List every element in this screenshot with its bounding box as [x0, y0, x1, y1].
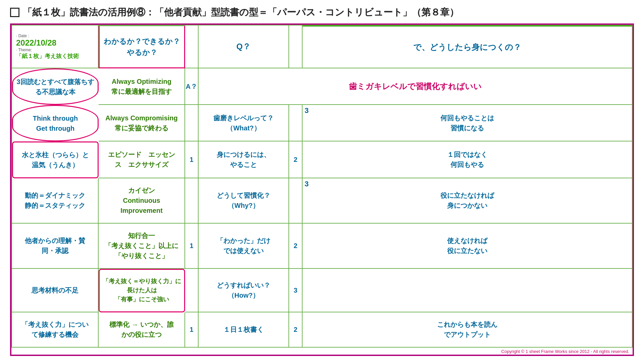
r6c4-cell — [303, 269, 633, 312]
date-value: 2022/10/28 — [16, 38, 56, 48]
r5c3-text: 「わかった」だけ では使えない — [217, 236, 270, 256]
theme-value: 「紙１枚」考え抜く技術 — [16, 52, 79, 60]
sep1-r5 — [185, 178, 199, 224]
col2-header-text: わかるか？できるか？やるか？ — [102, 36, 181, 58]
sep2-r7: 3 — [289, 269, 303, 312]
right-header-text: で、どうしたら身につくの？ — [413, 41, 521, 53]
r7c2-text: 標準化 → いつか、誰 かの役に立つ — [109, 319, 173, 340]
r3c3-num: 1 — [190, 155, 193, 165]
r2c4-text: 何回もやることは 習慣になる — [440, 113, 494, 133]
sep1-r7 — [185, 269, 199, 312]
checkbox-icon — [10, 8, 19, 17]
r5c3-cell: 「わかった」だけ では使えない — [199, 224, 289, 269]
r1c1-cell: 3回読むとすべて腹落ちする不思議な本 — [12, 68, 99, 105]
r3c1-text: 水と氷柱（つらら）と 温気（うんき） — [22, 150, 89, 170]
theme-label: · Theme: — [16, 48, 32, 52]
r2c1-text: Think through Get through — [33, 113, 78, 133]
content-grid: · Date : 2022/10/28 · Theme: 「紙１枚」考え抜く技術… — [11, 25, 633, 348]
r7c3-num: 1 — [190, 324, 193, 335]
sep2-r1 — [289, 25, 303, 68]
a-text: A？ — [186, 81, 197, 92]
r1c2-text: Always Optimizing 常に最適解を目指す — [111, 76, 172, 97]
sep2-r6: 2 — [289, 224, 303, 269]
r6c4-num: 3 — [293, 285, 297, 295]
page-title-bar: 「紙１枚」読書法の活用例⑧：「他者貢献」型読書の型＝「パーパス・コントリビュート… — [10, 6, 634, 19]
r6c2-cell: 「考え抜く＝やり抜く力」に 長けた人は 「有事」にこそ強い — [99, 269, 185, 312]
r6c1-text: 思考材料の不足 — [32, 285, 78, 295]
r2c4-num: 3 — [305, 106, 309, 115]
r6c3-cell: どうすればいい？（How?） — [199, 269, 289, 312]
r2c1-cell: Think through Get through — [12, 105, 99, 141]
r7c4-text: これからも本を読ん でアウトプット — [437, 319, 497, 340]
r4c2-text: カイゼン Continuous Improvement — [101, 185, 182, 216]
page-title: 「紙１枚」読書法の活用例⑧：「他者貢献」型読書の型＝「パーパス・コントリビュート… — [23, 6, 459, 19]
r5c1-text: 他者からの理解・賛 同・承認 — [25, 236, 85, 256]
r1c3-text: 歯ミガキレベルで習慣化すればいい — [349, 80, 482, 93]
r5c4-text: 使えなければ 役に立たない — [447, 236, 487, 256]
r5c1-cell: 他者からの理解・賛 同・承認 — [12, 224, 99, 269]
sep2-r4: 2 — [289, 141, 303, 178]
r2c2-cell: Always Compromising 常に妥協で終わる — [99, 105, 185, 141]
sep1-r3 — [185, 105, 199, 141]
r6c2-text: 「考え抜く＝やり抜く力」に 長けた人は 「有事」にこそ強い — [103, 277, 181, 304]
r4c4-num: 3 — [305, 180, 309, 188]
r4c1-cell: 動的＝ダイナミック 静的＝スタティック — [12, 178, 99, 224]
r3c3-cell: 身につけるには、 やること — [199, 141, 289, 178]
sep1-r4: 1 — [185, 141, 199, 178]
r3c2-text: エピソード エッセン ス エクササイズ — [108, 149, 175, 170]
date-label: · Date : — [16, 34, 29, 38]
r1c1-text: 3回読むとすべて腹落ちする不思議な本 — [16, 77, 95, 97]
r3c4-text: １回ではなく 何回もやる — [447, 149, 487, 170]
r1c3-cell: 歯ミガキレベルで習慣化すればいい — [199, 68, 633, 105]
r7c4-cell: これからも本を読ん でアウトプット — [303, 312, 633, 348]
r3c3-text: 身につけるには、 やること — [217, 149, 270, 170]
q-header-cell: Q？ — [199, 25, 289, 68]
r5c4-num: 2 — [293, 241, 297, 251]
r7c4-num: 2 — [293, 324, 297, 335]
col2-header-cell: わかるか？できるか？やるか？ — [99, 25, 185, 68]
sep1-r8: 1 — [185, 312, 199, 348]
r4c4-cell: 3 役に立たなければ 身につかない — [303, 178, 633, 224]
r7c2-cell: 標準化 → いつか、誰 かの役に立つ — [99, 312, 185, 348]
r2c4-cell: 3 何回もやることは 習慣になる — [303, 105, 633, 141]
r6c3-text: どうすればいい？（How?） — [201, 280, 286, 300]
r4c3-cell: どうして習慣化？（Why?） — [199, 178, 289, 224]
sep1-r6: 1 — [185, 224, 199, 269]
r4c2-cell: カイゼン Continuous Improvement — [99, 178, 185, 224]
r3c4-num: 2 — [293, 155, 297, 165]
page-wrapper: 「紙１枚」読書法の活用例⑧：「他者貢献」型読書の型＝「パーパス・コントリビュート… — [0, 0, 644, 362]
r7c3-text: １日１枚書く — [223, 324, 264, 335]
r6c1-cell: 思考材料の不足 — [12, 269, 99, 312]
sep2-r3 — [289, 105, 303, 141]
r4c1-text: 動的＝ダイナミック 静的＝スタティック — [25, 190, 85, 210]
q-text: Q？ — [236, 41, 251, 53]
r7c3-cell: １日１枚書く — [199, 312, 289, 348]
copyright-text: Copyright © 1 sheet Frame Works since 20… — [11, 348, 633, 355]
sep2-r8: 2 — [289, 312, 303, 348]
r3c1-cell: 水と氷柱（つらら）と 温気（うんき） — [12, 141, 99, 178]
r2c3-text: 歯磨きレベルって？（What?） — [201, 113, 286, 133]
r2c2-text: Always Compromising 常に妥協で終わる — [105, 113, 178, 133]
sep1-r1 — [185, 25, 199, 68]
r3c4-cell: １回ではなく 何回もやる — [303, 141, 633, 178]
r1-sep-cell: A？ — [185, 68, 199, 105]
main-content: · Date : 2022/10/28 · Theme: 「紙１枚」考え抜く技術… — [10, 23, 634, 356]
header-meta-cell: · Date : 2022/10/28 · Theme: 「紙１枚」考え抜く技術 — [12, 25, 99, 68]
right-header-text-cell: で、どうしたら身につくの？ — [303, 25, 633, 68]
r7c1-text: 「考え抜く力」につい て修練する機会 — [21, 319, 89, 340]
r4c4-text: 役に立たなければ 身につかない — [440, 190, 494, 210]
r5c4-cell: 使えなければ 役に立たない — [303, 224, 633, 269]
r4c3-text: どうして習慣化？（Why?） — [201, 190, 286, 210]
r7c1-cell: 「考え抜く力」につい て修練する機会 — [12, 312, 99, 348]
r1c2-cell: Always Optimizing 常に最適解を目指す — [99, 68, 185, 105]
r5c3-num: 1 — [190, 241, 193, 251]
r5c2-cell: 知行合一 「考え抜くこと」以上に 「やり抜くこと」 — [99, 224, 185, 269]
r2c3-cell: 歯磨きレベルって？（What?） — [199, 105, 289, 141]
r5c2-text: 知行合一 「考え抜くこと」以上に 「やり抜くこと」 — [105, 231, 178, 261]
r3c2-cell: エピソード エッセン ス エクササイズ — [99, 141, 185, 178]
sep2-r5 — [289, 178, 303, 224]
